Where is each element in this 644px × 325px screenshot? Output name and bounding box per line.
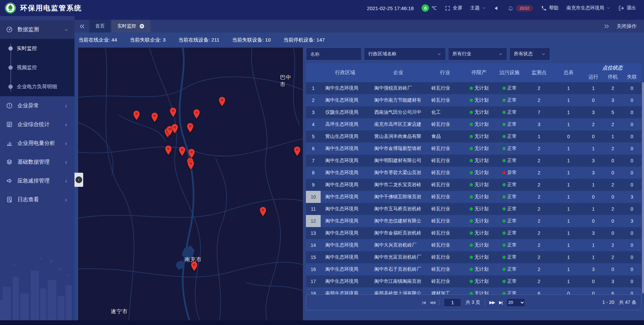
table-row[interactable]: 2阆中生态环境局阆中市南方节能建材有砖瓦行业无计划正常21030: [306, 94, 641, 106]
sidebar-item-data-monitor[interactable]: 数据监测: [0, 20, 74, 39]
next-page-button[interactable]: ▶▶: [489, 300, 495, 305]
fullscreen-button[interactable]: 全屏: [445, 5, 462, 11]
sidebar-item-base-data[interactable]: 基础数据管理: [0, 153, 74, 171]
table-cell: 3: [584, 106, 603, 118]
table-cell: 砖瓦行业: [427, 251, 464, 263]
table-cell: 1: [584, 239, 603, 251]
col-header-facility: 治污设施: [494, 63, 525, 82]
map-pin-icon[interactable]: [218, 97, 225, 107]
map-pin-icon[interactable]: [171, 124, 178, 134]
last-page-button[interactable]: ▶|: [499, 300, 502, 305]
stat-item: 当前在线企业: 44: [78, 37, 117, 43]
table-cell: 3: [584, 167, 603, 179]
filter-bar: 行政区域名称 所有行业 所有状态: [306, 48, 641, 60]
map-pin-icon[interactable]: [293, 146, 301, 156]
sidebar-collapse-button[interactable]: [74, 173, 83, 187]
table-cell: 无计划: [464, 118, 494, 130]
table-cell: 无计划: [464, 275, 494, 287]
map[interactable]: 巴中市南充市遂宁市: [78, 48, 303, 320]
status-dot-icon: [502, 135, 506, 138]
page-size-select[interactable]: 20: [506, 298, 525, 307]
alert-icon: [6, 102, 13, 109]
user-menu[interactable]: 南充市生态环境局: [567, 5, 610, 11]
table-cell: 无计划: [464, 215, 494, 227]
sidebar-subitem[interactable]: 企业电力负荷明细: [0, 77, 74, 96]
table-cell: 5: [603, 106, 623, 118]
table-cell: 正常: [494, 251, 525, 263]
table-row[interactable]: 12阆中生态环境局阆中市忠信建材有限公砖瓦行业无计划正常21003: [306, 215, 641, 227]
name-filter-input[interactable]: [306, 48, 362, 60]
table-row[interactable]: 15阆中生态环境局阆中市光富页岩机砖厂砖瓦行业无计划正常21120: [306, 251, 641, 263]
map-pin-icon[interactable]: [151, 112, 158, 122]
log-icon: [6, 196, 13, 203]
status-filter-select[interactable]: 所有状态: [509, 48, 550, 60]
sidebar-item-enterprise-abnormal[interactable]: 企业异常: [0, 96, 74, 115]
map-pin-icon[interactable]: [165, 145, 172, 155]
table-cell: 阆中明阳建材有限公司: [370, 155, 427, 167]
map-pin-icon[interactable]: [133, 110, 140, 120]
sound-button[interactable]: [494, 5, 500, 11]
table-cell: 阆中市金福旺页岩机砖: [370, 227, 427, 239]
map-pin-icon[interactable]: [179, 146, 186, 156]
region-filter-select[interactable]: 行政区域名称: [364, 48, 446, 60]
table-cell: 阆中市枣碧大梁山页岩: [370, 167, 427, 179]
table-row[interactable]: 4高坪生态环境局南充市高坪区王家店建砖瓦行业无计划正常31220: [306, 118, 641, 130]
table-row[interactable]: 9阆中生态环境局阆中市二龙长宝页岩砖砖瓦行业无计划正常21120: [306, 179, 641, 191]
table-row[interactable]: 5营山生态环境局营山县润丰肉食品有限食品无计划正常10010: [306, 130, 641, 143]
sidebar-item-emergency-reduction[interactable]: 应急减排管理: [0, 171, 74, 190]
close-operations-button[interactable]: 关闭操作: [616, 23, 637, 30]
table-row[interactable]: 13阆中生态环境局阆中市金福旺页岩机砖砖瓦行业无计划正常21300: [306, 227, 641, 239]
table-row[interactable]: 11阆中生态环境局阆中市五马桥页岩机砖砖瓦行业无计划正常21120: [306, 203, 641, 215]
map-pin-icon[interactable]: [260, 207, 267, 217]
table-row[interactable]: 18南部生态环境局南部县砖华上润有限公建材加工无计划正常60060: [306, 287, 641, 294]
map-pin-icon[interactable]: [191, 261, 198, 271]
table-cell: 无计划: [464, 203, 494, 215]
table-row[interactable]: 6阆中生态环境局阆中市金博瑞新型墙材砖瓦行业无计划正常21120: [306, 143, 641, 155]
map-pin-icon[interactable]: [188, 149, 195, 159]
tab-close-icon[interactable]: [139, 23, 145, 29]
status-dot-icon: [470, 207, 473, 211]
sidebar-subitem[interactable]: 实时监控: [0, 39, 74, 58]
table-cell: 营山县润丰肉食品有限: [370, 130, 427, 143]
table-row[interactable]: 16阆中生态环境局阆中市石子页岩机砖厂砖瓦行业无计划正常21300: [306, 263, 641, 275]
table-row[interactable]: 1阆中生态环境局阆中强锐页岩砖厂砖瓦行业无计划正常21120: [306, 82, 641, 94]
first-page-button[interactable]: |◀: [422, 300, 425, 305]
table-cell: 无计划: [464, 94, 494, 106]
col-header-industry: 行业: [427, 63, 464, 82]
theme-button[interactable]: 主题: [470, 5, 486, 11]
notification-button[interactable]: 2632: [508, 5, 533, 11]
tab-realtime-monitor[interactable]: 实时监控: [111, 20, 151, 33]
tab-home[interactable]: 首页: [89, 20, 111, 33]
status-dot-icon: [470, 111, 473, 114]
table-row[interactable]: 8阆中生态环境局阆中市枣碧大梁山页岩砖瓦行业无计划异常21300: [306, 167, 641, 179]
sidebar-subitem[interactable]: 视频监控: [0, 58, 74, 77]
industry-filter-select[interactable]: 所有行业: [448, 48, 507, 60]
table-row[interactable]: 3仪陇生态环境局西南油气田分公司川中化工无计划正常71350: [306, 106, 641, 118]
sidebar-item-power-usage-analysis[interactable]: 企业用电量分析: [0, 134, 74, 153]
table-row[interactable]: 7阆中生态环境局阆中明阳建材有限公司砖瓦行业无计划正常21300: [306, 155, 641, 167]
table-cell: 无计划: [464, 227, 494, 239]
tabs-scroll-left-button[interactable]: [74, 20, 89, 33]
table-cell: 2: [525, 203, 553, 215]
page-number-input[interactable]: [444, 298, 461, 307]
map-pin-icon[interactable]: [187, 160, 194, 170]
logout-button[interactable]: 退出: [619, 5, 636, 11]
sidebar-item-log-view[interactable]: 日志查看: [0, 190, 74, 209]
chevrons-right-icon[interactable]: [603, 23, 610, 30]
table-scrollbar[interactable]: [642, 82, 644, 293]
table-row[interactable]: 10阆中生态环境局阆中千佛镇五郎垭页岩砖瓦行业无计划正常21003: [306, 191, 641, 203]
help-button[interactable]: 帮助: [541, 5, 558, 11]
table-row[interactable]: 17阆中生态环境局阆中市江南镇阆南页岩砖瓦行业无计划正常21030: [306, 275, 641, 287]
prev-page-button[interactable]: ◀◀: [429, 300, 435, 305]
table-row[interactable]: 14阆中生态环境局阆中大兴页岩机砖厂砖瓦行业无计划正常21120: [306, 239, 641, 251]
sidebar-item-enterprise-statistics[interactable]: 企业综合统计: [0, 115, 74, 134]
table-cell: 2: [584, 118, 603, 130]
map-pin-icon[interactable]: [193, 109, 200, 119]
status-dot-icon: [502, 231, 506, 235]
map-city-label: 遂宁市: [111, 308, 128, 315]
map-pin-icon[interactable]: [187, 123, 194, 133]
map-pin-icon[interactable]: [169, 107, 176, 117]
status-dot-icon: [470, 183, 473, 186]
table-cell: 正常: [494, 287, 525, 294]
table-cell: 砖瓦行业: [427, 179, 464, 191]
